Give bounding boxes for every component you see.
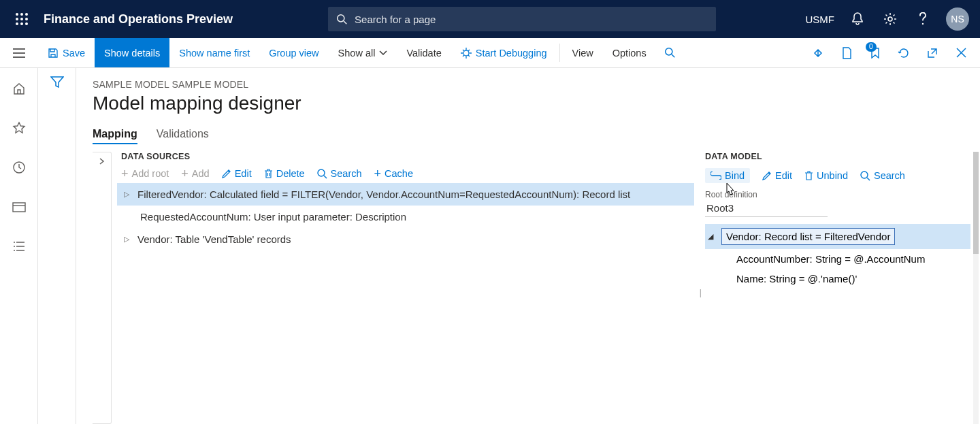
question-icon (919, 12, 927, 26)
dm-tree-row-label: AccountNumber: String = @.AccountNum (736, 253, 925, 265)
svg-point-18 (318, 169, 325, 176)
tree-row[interactable]: ▷ Vendor: Table 'VendTable' records (117, 228, 694, 250)
company-label[interactable]: USMF (800, 14, 840, 25)
svg-point-13 (463, 50, 469, 56)
nav-toggle-button[interactable] (0, 38, 38, 67)
tree-row[interactable]: RequestedAccountNum: User input paramete… (117, 206, 694, 228)
data-model-panel: DATA MODEL Bind Edit Unbind Search Root … (701, 152, 980, 424)
show-all-label: Show all (338, 48, 376, 59)
dm-tree-row[interactable]: ◢ Vendor: Record list = FilteredVendor (705, 224, 970, 249)
scrollbar[interactable] (973, 152, 979, 424)
svg-point-14 (665, 48, 672, 55)
expand-caret[interactable]: ▷ (124, 235, 132, 244)
svg-point-4 (20, 18, 23, 20)
tree-row[interactable]: ▷ FilteredVendor: Calculated field = FIL… (117, 183, 694, 206)
bell-icon (851, 12, 864, 26)
tree-row-label: Vendor: Table 'VendTable' records (137, 233, 291, 245)
validate-button[interactable]: Validate (397, 38, 451, 67)
data-sources-toolbar: +Add root +Add Edit Delete Search +Cache (121, 168, 694, 179)
nav-recent[interactable] (5, 154, 33, 181)
delete-button[interactable]: Delete (264, 168, 305, 179)
popout-icon (927, 48, 938, 59)
home-icon (12, 82, 26, 95)
collapse-caret[interactable]: ◢ (708, 232, 716, 241)
svg-point-19 (861, 172, 868, 178)
nav-rail (0, 68, 38, 424)
nav-modules[interactable] (5, 233, 33, 260)
data-source-types-collapse[interactable] (93, 152, 112, 424)
dm-tree-row[interactable]: Name: String = @.'name()' (705, 269, 970, 289)
svg-point-2 (25, 13, 28, 16)
bind-button[interactable]: Bind (705, 168, 750, 183)
page-icon (841, 47, 852, 59)
popout-button[interactable] (919, 38, 946, 68)
svg-line-10 (344, 21, 346, 24)
user-avatar[interactable]: NS (946, 7, 969, 31)
svg-point-11 (888, 17, 892, 21)
edit-button[interactable]: Edit (222, 168, 252, 179)
messages-button[interactable]: 0 (862, 38, 889, 68)
messages-badge: 0 (866, 42, 877, 52)
options-button[interactable]: Options (603, 38, 656, 67)
dm-tree-row[interactable]: AccountNumber: String = @.AccountNum (705, 249, 970, 269)
show-name-first-button[interactable]: Show name first (169, 38, 259, 67)
settings-button[interactable] (875, 0, 905, 38)
svg-point-0 (16, 13, 18, 16)
global-search-input[interactable] (355, 14, 708, 25)
help-button[interactable] (908, 0, 938, 38)
add-root-button[interactable]: +Add root (121, 168, 169, 179)
svg-point-6 (16, 22, 18, 25)
save-icon (48, 48, 59, 59)
global-search[interactable] (328, 7, 716, 31)
dm-tree-row-label: Vendor: Record list = FilteredVendor (721, 228, 895, 245)
app-launcher-button[interactable] (5, 0, 38, 38)
chevron-right-icon (99, 158, 105, 165)
save-button[interactable]: Save (38, 38, 95, 67)
tab-mapping[interactable]: Mapping (93, 128, 137, 144)
unbind-button[interactable]: Unbind (804, 168, 848, 183)
show-all-dropdown[interactable]: Show all (329, 38, 397, 67)
filter-toggle-button[interactable] (50, 76, 64, 424)
attachments-button[interactable] (833, 38, 860, 68)
svg-point-8 (25, 22, 28, 25)
group-view-button[interactable]: Group view (259, 38, 328, 67)
dm-search-button[interactable]: Search (860, 168, 905, 183)
cache-button[interactable]: +Cache (374, 168, 413, 179)
related-button[interactable] (804, 38, 832, 68)
refresh-icon (898, 47, 910, 59)
nav-workspaces[interactable] (5, 193, 33, 221)
data-sources-tree: ▷ FilteredVendor: Calculated field = FIL… (117, 183, 694, 250)
expand-caret[interactable]: ▷ (124, 190, 132, 199)
link-icon (710, 172, 721, 180)
show-details-button[interactable]: Show details (95, 38, 169, 67)
notifications-button[interactable] (843, 0, 872, 38)
root-definition-value[interactable]: Root3 (705, 199, 828, 217)
scrollbar-thumb[interactable] (973, 152, 979, 254)
search-icon (317, 169, 327, 179)
top-navbar: Finance and Operations Preview USMF NS (0, 0, 980, 38)
view-button[interactable]: View (563, 38, 603, 67)
search-button[interactable]: Search (317, 168, 362, 179)
add-button[interactable]: +Add (181, 168, 209, 179)
data-model-toolbar: Bind Edit Unbind Search (705, 168, 970, 183)
tree-row-label: FilteredVendor: Calculated field = FILTE… (137, 189, 630, 200)
app-title: Finance and Operations Preview (44, 12, 233, 27)
start-debugging-label: Start Debugging (476, 48, 547, 59)
dm-edit-button[interactable]: Edit (762, 168, 792, 183)
start-debugging-button[interactable]: Start Debugging (451, 38, 557, 67)
pencil-icon (762, 171, 772, 180)
find-button[interactable] (656, 38, 684, 67)
tab-validations[interactable]: Validations (157, 128, 209, 144)
gear-icon (883, 12, 897, 26)
close-button[interactable] (947, 38, 975, 68)
breadcrumb: SAMPLE MODEL SAMPLE MODEL (93, 79, 980, 90)
workspace-icon (12, 201, 26, 213)
svg-point-1 (20, 13, 23, 16)
svg-rect-17 (13, 203, 25, 212)
nav-home[interactable] (5, 75, 33, 102)
nav-favorites[interactable] (5, 114, 33, 142)
trash-icon (264, 169, 273, 179)
data-model-tree: ◢ Vendor: Record list = FilteredVendor A… (705, 224, 970, 289)
refresh-button[interactable] (890, 38, 917, 68)
debug-icon (461, 48, 472, 59)
